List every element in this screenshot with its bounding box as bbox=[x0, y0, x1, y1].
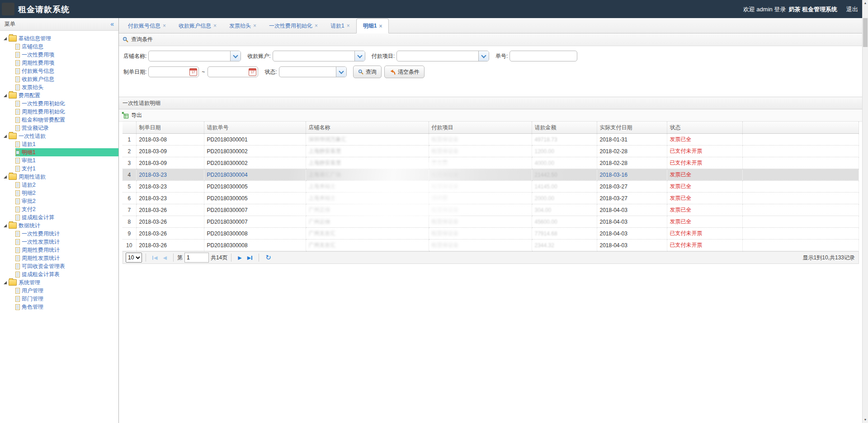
sidebar-header: 菜单 « bbox=[0, 18, 118, 31]
file-icon bbox=[15, 239, 20, 245]
tree-item-一次性费用初始化[interactable]: 一次性费用初始化 bbox=[15, 99, 118, 108]
tree-item-发票抬头[interactable]: 发票抬头 bbox=[15, 83, 118, 91]
tree-item-周期性费用项[interactable]: 周期性费用项 bbox=[15, 59, 118, 67]
cell-amount: 77914.68 bbox=[532, 228, 597, 240]
tab-明细1[interactable]: 明细1× bbox=[356, 19, 389, 33]
search-button[interactable]: 查询 bbox=[353, 66, 382, 78]
scroll-down-icon[interactable]: ▼ bbox=[863, 417, 868, 423]
table-row[interactable]: 92018-03-26PD20180300008广州太古汇租赁保证金77914.… bbox=[123, 228, 859, 240]
store-name-combobox[interactable] bbox=[148, 51, 241, 61]
table-row[interactable]: 102018-03-26PD20180300008广州太古汇租赁保证金2344.… bbox=[123, 240, 859, 251]
tree-item-店铺信息[interactable]: 店铺信息 bbox=[15, 42, 118, 51]
calendar-icon[interactable]: 17 bbox=[189, 68, 197, 76]
scroll-up-icon[interactable]: ▲ bbox=[863, 0, 868, 6]
export-button[interactable]: 导出 bbox=[131, 112, 142, 119]
tree-item-明细2[interactable]: 明细2 bbox=[15, 189, 118, 197]
tree-item-周期性发票统计[interactable]: 周期性发票统计 bbox=[15, 254, 118, 262]
tab-一次性费用初始化[interactable]: 一次性费用初始化× bbox=[263, 19, 324, 33]
tree-item-支付2[interactable]: 支付2 bbox=[15, 205, 118, 213]
order-no-input[interactable] bbox=[509, 51, 577, 61]
logout-link[interactable]: 退出 bbox=[846, 5, 858, 14]
tree-folder-系统管理[interactable]: 系统管理 bbox=[4, 278, 118, 287]
caret-expanded-icon[interactable] bbox=[4, 175, 7, 179]
tab-发票抬头[interactable]: 发票抬头× bbox=[223, 19, 263, 33]
tree-item-审批1[interactable]: 审批1 bbox=[15, 156, 118, 164]
table-row[interactable]: 52018-03-23PD20180300005上海来福士租赁保证金14145.… bbox=[123, 181, 859, 193]
tree-item-周期性费用初始化[interactable]: 周期性费用初始化 bbox=[15, 108, 118, 116]
tree-item-角色管理[interactable]: 角色管理 bbox=[15, 303, 118, 311]
cell-item: 租赁保证金 bbox=[429, 146, 532, 157]
chevron-down-icon[interactable] bbox=[478, 51, 489, 61]
close-icon[interactable]: × bbox=[315, 23, 318, 29]
chevron-down-icon[interactable] bbox=[354, 51, 365, 61]
tab-请款1[interactable]: 请款1× bbox=[324, 19, 356, 33]
cell-amount: 2344.32 bbox=[532, 240, 597, 251]
tree-item-请款1[interactable]: 请款1 bbox=[15, 140, 118, 148]
close-icon[interactable]: × bbox=[213, 23, 217, 29]
tree-item-请款2[interactable]: 请款2 bbox=[15, 181, 118, 189]
tree-folder-数据统计[interactable]: 数据统计 bbox=[4, 221, 118, 230]
close-icon[interactable]: × bbox=[379, 23, 382, 29]
page-size-select[interactable]: 10 bbox=[126, 253, 142, 263]
page-number-input[interactable] bbox=[184, 253, 209, 263]
date-from-input[interactable]: 17 bbox=[148, 66, 199, 77]
tree-item-提成租金计算表[interactable]: 提成租金计算表 bbox=[15, 270, 118, 278]
collapse-sidebar-icon[interactable]: « bbox=[110, 18, 114, 30]
table-row[interactable]: 32018-03-09PD20180300002上海静安嘉里更名费4000.00… bbox=[123, 157, 859, 169]
tree-item-一次性费用统计[interactable]: 一次性费用统计 bbox=[15, 230, 118, 238]
next-page-button[interactable]: ▶ bbox=[238, 255, 241, 261]
tree-item-一次性发票统计[interactable]: 一次性发票统计 bbox=[15, 238, 118, 246]
cell-status: 已支付未开票 bbox=[667, 240, 742, 251]
last-page-button[interactable]: ▶ bbox=[247, 255, 252, 261]
table-row[interactable]: 62018-03-23PD20180300005上海来福士律师费2000.002… bbox=[123, 193, 859, 204]
table-row[interactable]: 12018-03-08PD20180300001深圳华润万象汇租赁保证金4971… bbox=[123, 134, 859, 146]
close-icon[interactable]: × bbox=[347, 23, 350, 29]
tree-item-可回收资金管理表[interactable]: 可回收资金管理表 bbox=[15, 262, 118, 270]
tree-item-提成租金计算[interactable]: 提成租金计算 bbox=[15, 213, 118, 221]
caret-expanded-icon[interactable] bbox=[4, 281, 7, 284]
pay-item-combobox[interactable] bbox=[396, 51, 489, 61]
chevron-down-icon[interactable] bbox=[230, 51, 241, 61]
tree-item-审批2[interactable]: 审批2 bbox=[15, 197, 118, 205]
refresh-icon[interactable]: ↻ bbox=[265, 254, 271, 262]
sidebar: 菜单 « 基础信息管理店铺信息一次性费用项周期性费用项付款账号信息收款账户信息发… bbox=[0, 18, 119, 423]
chevron-down-icon[interactable] bbox=[336, 67, 346, 77]
tree-item-收款账户信息[interactable]: 收款账户信息 bbox=[15, 75, 118, 83]
tab-付款账号信息[interactable]: 付款账号信息× bbox=[122, 19, 172, 33]
tree-item-付款账号信息[interactable]: 付款账号信息 bbox=[15, 67, 118, 75]
tree-item-一次性费用项[interactable]: 一次性费用项 bbox=[15, 51, 118, 59]
payee-account-combobox[interactable] bbox=[273, 51, 365, 61]
tree-item-营业额记录[interactable]: 营业额记录 bbox=[15, 124, 118, 132]
tab-收款账户信息[interactable]: 收款账户信息× bbox=[172, 19, 223, 33]
first-page-button[interactable]: ◀ bbox=[152, 255, 157, 261]
prev-page-button[interactable]: ◀ bbox=[163, 255, 166, 261]
table-row[interactable]: 22018-03-09PD20180300002上海静安嘉里租赁保证金1200.… bbox=[123, 146, 859, 157]
table-row[interactable]: 82018-03-26PD20180300007广州正佳租赁保证金45600.0… bbox=[123, 216, 859, 228]
vertical-scrollbar[interactable]: ▲ ▼ bbox=[862, 0, 868, 423]
clear-conditions-button[interactable]: 清空条件 bbox=[384, 66, 425, 78]
tree-folder-一次性请款[interactable]: 一次性请款 bbox=[4, 132, 118, 140]
tree-item-明细1[interactable]: 明细1 bbox=[15, 148, 118, 156]
tree-item-租金和物管费配置[interactable]: 租金和物管费配置 bbox=[15, 116, 118, 124]
scrollbar-thumb[interactable] bbox=[863, 18, 868, 47]
tree-folder-周期性请款[interactable]: 周期性请款 bbox=[4, 173, 118, 181]
status-combobox[interactable] bbox=[279, 66, 347, 77]
close-icon[interactable]: × bbox=[253, 23, 256, 29]
caret-expanded-icon[interactable] bbox=[4, 37, 7, 40]
tree-item-周期性费用统计[interactable]: 周期性费用统计 bbox=[15, 246, 118, 254]
calendar-icon[interactable]: 17 bbox=[249, 68, 256, 76]
table-row[interactable]: 42018-03-23PD20180300004上海港汇广场租赁保证金21442… bbox=[123, 169, 859, 181]
tree-folder-费用配置[interactable]: 费用配置 bbox=[4, 91, 118, 99]
tree-item-用户管理[interactable]: 用户管理 bbox=[15, 287, 118, 295]
date-to-input[interactable]: 17 bbox=[208, 66, 258, 77]
caret-expanded-icon[interactable] bbox=[4, 224, 7, 227]
tree-item-支付1[interactable]: 支付1 bbox=[15, 164, 118, 173]
caret-expanded-icon[interactable] bbox=[4, 94, 7, 97]
close-icon[interactable]: × bbox=[163, 23, 166, 29]
cell-date: 2018-03-08 bbox=[136, 134, 204, 146]
tree-item-label: 一次性费用初始化 bbox=[22, 100, 65, 108]
tree-item-部门管理[interactable]: 部门管理 bbox=[15, 295, 118, 303]
caret-expanded-icon[interactable] bbox=[4, 135, 7, 138]
table-row[interactable]: 72018-03-26PD20180300007广州正佳租赁保证金304.002… bbox=[123, 204, 859, 216]
tree-folder-基础信息管理[interactable]: 基础信息管理 bbox=[4, 34, 118, 42]
